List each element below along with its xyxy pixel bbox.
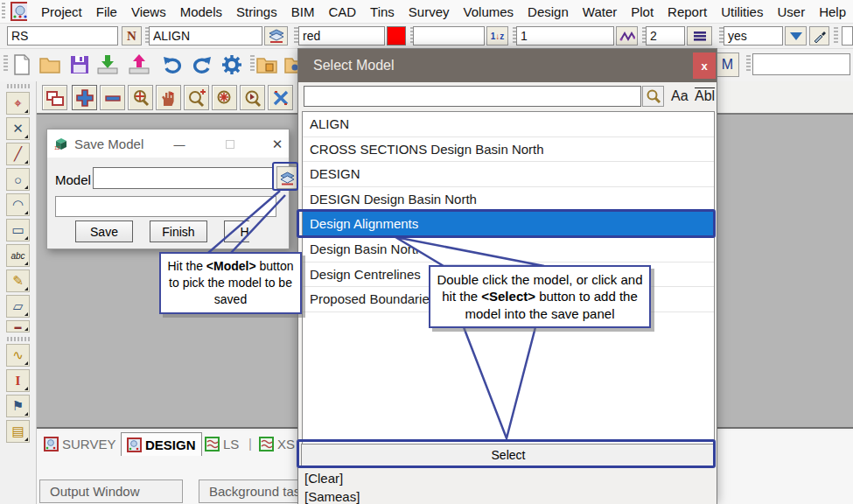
model-choose-button[interactable] <box>276 166 298 189</box>
menu-utilities[interactable]: Utilities <box>714 4 770 19</box>
select-model-titlebar[interactable]: Select Model <box>298 49 717 82</box>
zoom-dynamic-button[interactable] <box>128 85 153 110</box>
zoom-out-button[interactable] <box>100 85 125 110</box>
edit-string-tool[interactable]: ✎ <box>6 270 30 292</box>
string-type-field[interactable] <box>7 26 118 46</box>
freehand-draw-tool[interactable]: ∿ <box>6 344 30 367</box>
save-button[interactable]: Save <box>75 220 133 242</box>
menu-survey[interactable]: Survey <box>402 4 457 19</box>
weight-picker-button[interactable] <box>616 26 638 46</box>
model-search-input[interactable] <box>304 86 641 107</box>
import-button[interactable] <box>96 53 119 76</box>
name-picker-button[interactable]: N <box>122 26 142 46</box>
output-window-button[interactable]: Output Window <box>39 480 183 503</box>
redo-button[interactable] <box>191 53 213 76</box>
sameas-item[interactable]: [Sameas] <box>304 489 360 504</box>
tab-ls[interactable]: LS <box>199 432 244 456</box>
whole-word-toggle[interactable]: Abl <box>695 88 715 104</box>
menu-models[interactable]: Models <box>173 4 229 19</box>
menu-tins[interactable]: Tins <box>363 4 402 19</box>
style-picker-button[interactable] <box>687 26 712 46</box>
list-item[interactable]: ALIGN <box>303 112 714 137</box>
clear-item[interactable]: [Clear] <box>304 471 343 486</box>
menu-design[interactable]: Design <box>521 4 576 19</box>
create-polygon-tool[interactable]: ▱ <box>6 295 30 318</box>
height-field[interactable] <box>413 26 485 46</box>
tab-design[interactable]: DESIGN <box>121 432 202 456</box>
create-text-tool[interactable]: abc <box>6 244 30 267</box>
redraw-cancel-button[interactable] <box>268 85 293 110</box>
new-project-button[interactable] <box>10 53 33 76</box>
model-folder-button[interactable] <box>255 53 278 76</box>
list-item[interactable]: DESIGN <box>303 162 714 187</box>
list-item[interactable]: Design Basin North <box>303 237 714 262</box>
finish-button[interactable]: Finish <box>150 220 207 242</box>
menu-file[interactable]: File <box>89 4 124 19</box>
list-item[interactable]: DESIGN Design Basin North <box>303 187 714 213</box>
edit-notes-tool[interactable]: ▤ <box>6 420 30 443</box>
model-field[interactable] <box>149 26 262 46</box>
menu-plot[interactable]: Plot <box>624 4 661 19</box>
menubar-grip[interactable] <box>2 3 5 20</box>
app-icon <box>10 2 27 21</box>
search-button[interactable] <box>642 86 664 107</box>
zoom-in-button[interactable] <box>72 85 97 110</box>
save-project-button[interactable] <box>68 53 91 76</box>
undo-button[interactable] <box>161 53 184 76</box>
menu-views[interactable]: Views <box>124 4 173 19</box>
background-task-button[interactable]: Background task <box>199 480 304 503</box>
list-item[interactable]: CROSS SECTIONS Design Basin North <box>303 137 714 163</box>
menu-project[interactable]: Project <box>34 4 89 19</box>
match-case-toggle[interactable]: Aa <box>671 88 689 104</box>
create-arc-tool[interactable]: ◠ <box>6 193 30 216</box>
menu-report[interactable]: Report <box>661 4 714 19</box>
menu-bim[interactable]: BIM <box>284 4 322 19</box>
pencil-icon: ✎ <box>12 273 24 289</box>
quick-entry-bar: N 1↓z <box>0 24 853 49</box>
measure-tool[interactable]: ▬ <box>6 320 30 332</box>
menu-user[interactable]: User <box>770 4 812 19</box>
create-line-tool[interactable]: ╱ <box>6 143 30 165</box>
eyedropper-button[interactable] <box>809 26 829 46</box>
colour-swatch-button[interactable] <box>387 26 406 46</box>
zoom-previous-button[interactable] <box>240 85 265 110</box>
close-button[interactable]: ✕ <box>268 136 287 152</box>
select-button[interactable]: Select <box>301 444 716 466</box>
create-rectangle-tool[interactable]: ▭ <box>6 219 30 242</box>
save-model-titlebar[interactable]: 12 Save Model — ✕ <box>47 130 289 158</box>
colour-field[interactable] <box>298 26 385 46</box>
model-picker-button[interactable] <box>264 26 288 46</box>
height-picker-button[interactable]: 1↓z <box>486 26 508 46</box>
menu-strings[interactable]: Strings <box>229 4 284 19</box>
help-button[interactable]: Help <box>224 220 249 242</box>
style-field[interactable] <box>646 26 685 46</box>
view-menu-button[interactable] <box>42 85 67 110</box>
maximize-button[interactable] <box>220 136 240 152</box>
export-button[interactable] <box>128 53 150 76</box>
close-button[interactable]: x <box>693 52 716 79</box>
menu-volumes[interactable]: Volumes <box>457 4 521 19</box>
snap-point-tool[interactable]: ⌖ <box>6 92 30 115</box>
settings-button[interactable] <box>220 53 243 76</box>
tab-xs[interactable]: XS <box>254 432 300 456</box>
command-field[interactable] <box>752 53 850 75</box>
tab-survey[interactable]: SURVEY <box>38 432 121 456</box>
list-item-selected[interactable]: Design Alignments <box>303 212 714 237</box>
minimize-button[interactable]: — <box>170 136 189 152</box>
menu-cad[interactable]: CAD <box>321 4 363 19</box>
open-project-button[interactable] <box>38 53 61 76</box>
save-model-input[interactable] <box>93 167 273 189</box>
menu-water[interactable]: Water <box>576 4 624 19</box>
mode-button[interactable]: M <box>716 52 739 77</box>
tinable-field[interactable] <box>724 26 783 46</box>
survey-tool[interactable]: ⚑ <box>6 395 30 417</box>
zoom-plusminus-button[interactable] <box>184 85 209 110</box>
weight-field[interactable] <box>516 26 614 46</box>
create-circle-tool[interactable]: ○ <box>6 168 30 191</box>
zoom-extents-button[interactable] <box>212 85 237 110</box>
delete-string-tool[interactable]: ✕ <box>6 117 30 140</box>
tinable-dropdown-button[interactable] <box>785 26 807 46</box>
pan-button[interactable] <box>156 85 181 110</box>
interface-tool[interactable]: I <box>6 369 30 392</box>
menu-help[interactable]: Help <box>812 4 853 19</box>
